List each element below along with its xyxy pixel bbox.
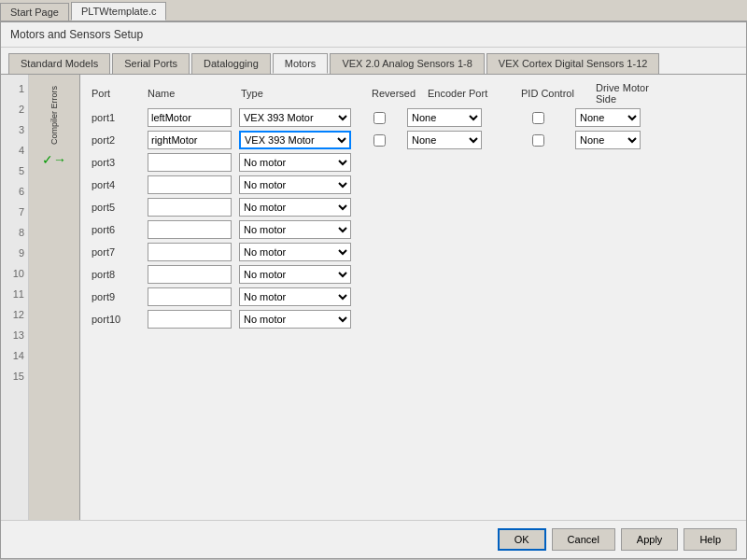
line-numbers-column: 123456789101112131415: [1, 75, 29, 520]
name-input[interactable]: [148, 220, 232, 239]
bottom-bar: OK Cancel Apply Help: [1, 520, 746, 558]
ok-button[interactable]: OK: [498, 528, 546, 551]
encoder-select[interactable]: Nonedgtl1dgtl2dgtl3: [407, 131, 482, 149]
window-title: Motors and Sensors Setup: [1, 22, 746, 48]
table-row: port7No motorVEX 393 MotorVEX 269 Motor: [88, 243, 739, 261]
tab-serial-ports[interactable]: Serial Ports: [112, 53, 190, 74]
port-label: port5: [92, 202, 148, 213]
port-label: port9: [92, 291, 148, 302]
encoder-select[interactable]: Nonedgtl1dgtl2dgtl3: [407, 108, 482, 127]
port-label: port3: [92, 157, 148, 168]
encoder-cell: Nonedgtl1dgtl2dgtl3: [407, 108, 500, 127]
name-input[interactable]: [148, 108, 232, 127]
table-row: port8No motorVEX 393 MotorVEX 269 Motor: [88, 265, 739, 284]
table-header: Port Name Type Reversed Encoder Port PID…: [88, 82, 739, 105]
type-select[interactable]: No motorVEX 393 MotorVEX 269 Motor: [239, 265, 351, 284]
port-label: port4: [92, 179, 148, 190]
compiler-errors-label: Compiler Errors: [49, 86, 59, 145]
tab-motors[interactable]: Motors: [273, 53, 329, 74]
port-label: port7: [92, 246, 148, 258]
reversed-cell: [351, 134, 407, 147]
port-label: port2: [92, 134, 148, 146]
reversed-checkbox[interactable]: [374, 112, 386, 124]
page-layout: 123456789101112131415 Compiler Errors ✓→…: [1, 75, 746, 520]
nav-tabs: Standard Models Serial Ports Datalogging…: [1, 48, 746, 75]
tab-start-page[interactable]: Start Page: [0, 3, 69, 21]
header-type: Type: [241, 88, 372, 99]
table-row: port9No motorVEX 393 MotorVEX 269 Motor: [88, 287, 739, 306]
cancel-button[interactable]: Cancel: [552, 528, 615, 551]
drive-cell: NoneLeftRight: [575, 108, 650, 127]
table-row: port3No motorVEX 393 MotorVEX 269 Motor: [88, 153, 739, 172]
name-input[interactable]: [148, 287, 232, 306]
compiler-errors-panel: Compiler Errors ✓→: [29, 75, 80, 520]
drive-select[interactable]: NoneLeftRight: [575, 108, 641, 127]
type-select[interactable]: No motorVEX 393 MotorVEX 269 Motor: [239, 243, 351, 261]
port-label: port10: [92, 314, 148, 325]
name-input[interactable]: [148, 310, 232, 329]
pid-checkbox[interactable]: [532, 112, 544, 124]
tab-bar: Start Page PLTWtemplate.c: [0, 0, 747, 21]
type-select[interactable]: No motorVEX 393 MotorVEX 269 Motor: [239, 153, 351, 172]
drive-select[interactable]: NoneLeftRight: [575, 131, 641, 149]
header-drive: Drive Motor Side: [596, 82, 670, 105]
tab-datalogging[interactable]: Datalogging: [191, 53, 271, 74]
header-reversed: Reversed: [372, 88, 428, 99]
header-encoder: Encoder Port: [428, 88, 521, 99]
reversed-cell: [351, 112, 407, 124]
table-row: port5No motorVEX 393 MotorVEX 269 Motor: [88, 198, 739, 217]
port-label: port6: [92, 224, 148, 235]
name-input[interactable]: [148, 265, 232, 284]
type-select[interactable]: No motorVEX 393 MotorVEX 269 Motor: [239, 220, 351, 239]
port-label: port8: [92, 269, 148, 280]
header-port: Port: [92, 88, 148, 99]
encoder-cell: Nonedgtl1dgtl2dgtl3: [407, 131, 500, 149]
pid-checkbox[interactable]: [532, 134, 544, 147]
name-input[interactable]: [148, 153, 232, 172]
reversed-checkbox[interactable]: [374, 134, 386, 147]
tab-standard-models[interactable]: Standard Models: [8, 53, 110, 74]
table-row: port10No motorVEX 393 MotorVEX 269 Motor: [88, 310, 739, 329]
tab-vex-analog[interactable]: VEX 2.0 Analog Sensors 1-8: [330, 53, 484, 74]
tab-template-c[interactable]: PLTWtemplate.c: [71, 2, 167, 21]
help-button[interactable]: Help: [684, 528, 737, 551]
table-row: port6No motorVEX 393 MotorVEX 269 Motor: [88, 220, 739, 239]
table-row: port4No motorVEX 393 MotorVEX 269 Motor: [88, 175, 739, 194]
header-name: Name: [148, 88, 241, 99]
type-select[interactable]: VEX 393 MotorNo motorVEX 269 Motor: [239, 108, 351, 127]
type-select[interactable]: No motorVEX 393 MotorVEX 269 Motor: [239, 198, 351, 217]
table-row: port2VEX 393 MotorNo motorVEX 269 MotorN…: [88, 131, 739, 149]
pid-cell: [500, 112, 575, 124]
compiler-arrow: ✓→: [42, 152, 66, 167]
table-row: port1VEX 393 MotorNo motorVEX 269 MotorN…: [88, 108, 739, 127]
name-input[interactable]: [148, 198, 232, 217]
type-select[interactable]: No motorVEX 393 MotorVEX 269 Motor: [239, 310, 351, 329]
apply-button[interactable]: Apply: [621, 528, 679, 551]
header-pid: PID Control: [521, 88, 596, 99]
type-select[interactable]: No motorVEX 393 MotorVEX 269 Motor: [239, 175, 351, 194]
type-select[interactable]: No motorVEX 393 MotorVEX 269 Motor: [239, 287, 351, 306]
motor-rows-container: port1VEX 393 MotorNo motorVEX 269 MotorN…: [88, 108, 739, 329]
motors-area: Port Name Type Reversed Encoder Port PID…: [80, 75, 746, 520]
name-input[interactable]: [148, 131, 232, 149]
port-label: port1: [92, 112, 148, 123]
name-input[interactable]: [148, 243, 232, 261]
drive-cell: NoneLeftRight: [575, 131, 650, 149]
type-select[interactable]: VEX 393 MotorNo motorVEX 269 Motor: [239, 131, 351, 149]
pid-cell: [500, 134, 575, 147]
name-input[interactable]: [148, 175, 232, 194]
main-window: Motors and Sensors Setup Standard Models…: [0, 21, 747, 559]
tab-vex-digital[interactable]: VEX Cortex Digital Sensors 1-12: [486, 53, 660, 74]
